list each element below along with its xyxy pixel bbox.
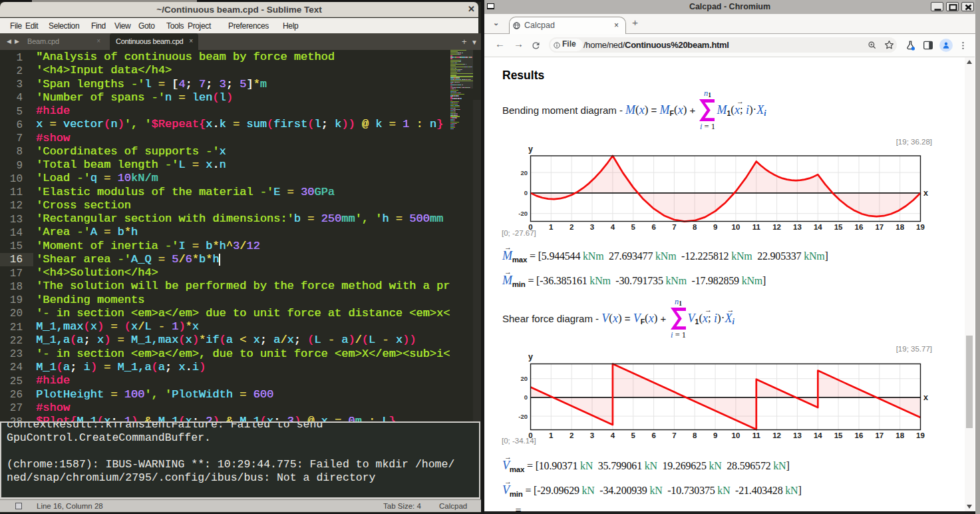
svg-text:16: 16	[855, 223, 864, 231]
svg-text:x: x	[923, 393, 928, 402]
svg-text:[19; 35.77]: [19; 35.77]	[896, 345, 932, 353]
svg-text:10: 10	[732, 431, 740, 439]
svg-text:15: 15	[834, 431, 843, 439]
svg-text:6: 6	[651, 431, 655, 439]
svg-text:16: 16	[855, 431, 864, 439]
svg-text:8: 8	[693, 223, 697, 231]
svg-text:[0; -34.14]: [0; -34.14]	[502, 437, 536, 445]
svg-text:18: 18	[896, 431, 904, 439]
svg-text:8: 8	[693, 431, 697, 439]
svg-text:10: 10	[732, 223, 740, 231]
svg-text:12: 12	[772, 431, 781, 439]
svg-text:18: 18	[896, 223, 904, 231]
svg-text:0: 0	[524, 393, 528, 401]
svg-text:9: 9	[713, 431, 717, 439]
svg-text:7: 7	[672, 223, 676, 231]
svg-text:5: 5	[631, 223, 635, 231]
svg-text:[19; 36.28]: [19; 36.28]	[896, 138, 932, 146]
svg-text:5: 5	[631, 431, 635, 439]
svg-text:19: 19	[916, 223, 925, 231]
svg-text:17: 17	[875, 431, 884, 439]
svg-text:14: 14	[814, 223, 822, 231]
svg-text:13: 13	[793, 223, 802, 231]
svg-text:15: 15	[834, 223, 843, 231]
svg-text:0: 0	[524, 189, 528, 196]
svg-text:1: 1	[549, 223, 554, 231]
svg-text:x: x	[923, 188, 928, 198]
svg-text:11: 11	[752, 431, 761, 439]
svg-text:1: 1	[549, 431, 554, 439]
svg-text:13: 13	[793, 431, 802, 439]
svg-text:11: 11	[752, 223, 761, 231]
svg-text:2: 2	[570, 223, 573, 231]
svg-text:-20: -20	[518, 210, 528, 217]
svg-text:20: 20	[520, 169, 528, 176]
svg-text:12: 12	[772, 223, 781, 231]
svg-text:9: 9	[713, 223, 717, 231]
svg-text:-20: -20	[518, 413, 528, 420]
svg-text:4: 4	[611, 223, 615, 231]
svg-text:y: y	[528, 352, 533, 362]
svg-text:20: 20	[520, 375, 528, 382]
svg-text:17: 17	[875, 223, 884, 231]
svg-text:19: 19	[916, 431, 925, 439]
svg-text:4: 4	[611, 431, 615, 439]
svg-text:y: y	[528, 144, 533, 154]
svg-text:14: 14	[814, 431, 822, 439]
svg-text:7: 7	[672, 431, 676, 439]
svg-text:[0; -27.67]: [0; -27.67]	[502, 229, 536, 237]
svg-text:3: 3	[590, 431, 594, 439]
svg-text:6: 6	[651, 223, 655, 231]
svg-text:2: 2	[570, 431, 573, 439]
svg-text:3: 3	[590, 223, 594, 231]
